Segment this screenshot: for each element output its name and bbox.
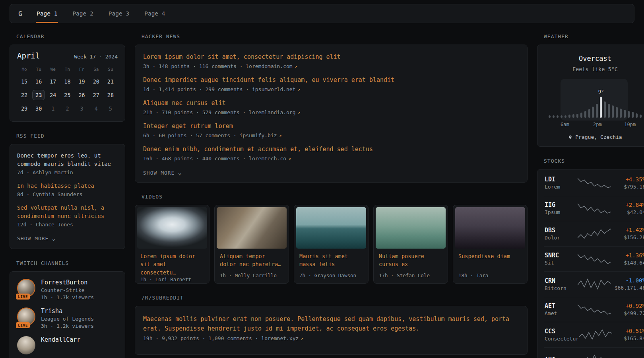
stock-ticker: CCS <box>545 328 579 335</box>
rss-show-more-button[interactable]: SHOW MORE ⌄ <box>17 235 56 241</box>
weather-location: Prague, Czechia <box>544 134 644 140</box>
calendar-day: 29 <box>17 103 31 114</box>
story-domain-link[interactable]: loremdomain.com <box>246 63 292 69</box>
avatar-wrap: LIVE <box>17 307 35 326</box>
twitch-channel-row[interactable]: LIVETrishaLeague of Legends3h · 1.2k vie… <box>17 307 118 329</box>
video-thumbnail[interactable] <box>455 207 525 249</box>
stock-row[interactable]: IIGIpsum+2.84%$42.04 <box>544 196 644 221</box>
stock-row[interactable]: AHS+0.46% <box>544 347 644 358</box>
channel-game: Counter-Strike <box>41 287 94 293</box>
calendar-day: 28 <box>103 90 118 101</box>
story-title[interactable]: Donec enim nibh, condimentum et accumsan… <box>143 145 519 154</box>
video-title[interactable]: Mauris sit amet massa felis <box>299 252 363 268</box>
rss-item-title[interactable]: Sed volutpat nulla nisl, a condimentum n… <box>17 204 118 220</box>
video-thumbnail[interactable] <box>376 207 446 249</box>
stock-ticker: AHS <box>545 356 578 358</box>
chevron-down-icon: ⌄ <box>52 237 56 240</box>
stock-row[interactable]: LDILorem+4.35%$795.18 <box>544 170 644 196</box>
calendar-day-number: 16 <box>32 76 45 87</box>
channel-info: ForrestBurtonCounter-Strike1h · 1.7k vie… <box>41 279 94 300</box>
story-domain-link[interactable]: loremnet.xyz <box>261 335 299 341</box>
hackernews-widget: HACKER NEWS Lorem ipsum dolor sit amet, … <box>135 33 528 183</box>
video-body: Mauris sit amet massa felis7h · Grayson … <box>296 249 366 281</box>
video-title[interactable]: Lorem ipsum dolor sit amet consectetu… <box>140 252 204 276</box>
left-column: CALENDAR April Week 17 · 2024 MoTuWeThFr… <box>10 31 125 358</box>
calendar-dow-label: Th <box>60 66 74 74</box>
rss-item-title[interactable]: Donec tempor eros leo, ut commodo mauris… <box>17 152 118 168</box>
stock-row[interactable]: AETAmet+0.92%$499.72 <box>544 297 644 322</box>
weather-hour-bar <box>561 115 563 118</box>
video-thumbnail[interactable] <box>137 207 207 249</box>
page-tab-page-4[interactable]: Page 4 <box>137 4 173 23</box>
stocks-widget: STOCKS LDILorem+4.35%$795.18IIGIpsum+2.8… <box>537 158 644 358</box>
stock-row[interactable]: CCSConsectetur+0.51%$165.84 <box>544 322 644 347</box>
page-tab-page-1[interactable]: Page 1 <box>29 4 65 23</box>
post-title[interactable]: Maecenas mollis pulvinar erat non posuer… <box>143 314 519 333</box>
video-title[interactable]: Suspendisse diam <box>458 252 522 260</box>
calendar-year: 2024 <box>105 54 118 60</box>
external-link-icon[interactable]: ↗ <box>301 336 303 341</box>
twitch-widget: TWITCH CHANNELS LIVEForrestBurtonCounter… <box>10 260 125 358</box>
external-link-icon[interactable]: ↗ <box>279 133 282 138</box>
rss-item-meta: 7d · Ashlyn Martin <box>17 169 118 175</box>
calendar-day-number: 2 <box>61 103 74 114</box>
calendar-day-selected: 23 <box>31 90 46 101</box>
calendar-month-label: April <box>17 51 40 60</box>
video-card[interactable]: Aliquam tempor dolor nec pharetra…1h · M… <box>214 205 289 284</box>
story-title[interactable]: Integer eget rutrum lorem <box>143 122 519 130</box>
video-card[interactable]: Lorem ipsum dolor sit amet consectetu…1h… <box>135 205 209 284</box>
video-card[interactable]: Nullam posuere cursus ex17h · Stefan Col… <box>373 205 448 284</box>
subreddit-section-title: /R/SUBREDDIT <box>142 295 528 301</box>
stock-ticker: IIG <box>545 201 578 208</box>
calendar-dow-label: Su <box>103 66 118 74</box>
weather-hour-bar <box>557 115 559 118</box>
weather-hour-bar <box>636 113 638 118</box>
page-tab-page-3[interactable]: Page 3 <box>101 4 137 23</box>
weather-widget: WEATHER Overcast Feels like 5°C 9° 6am2p… <box>537 33 644 147</box>
video-thumbnail[interactable] <box>217 207 287 249</box>
stock-row[interactable]: CRNBitcorn-1.00%$66,171.48 <box>544 271 644 297</box>
story-meta-text: 19h · 9,932 points · 1,090 comments · <box>143 335 261 341</box>
weather-time-label: 6am <box>561 122 569 127</box>
external-link-icon[interactable]: ↗ <box>298 87 301 92</box>
story-domain-link[interactable]: ipsumworld.net <box>252 86 296 92</box>
story-title[interactable]: Lorem ipsum dolor sit amet, consectetur … <box>143 53 519 61</box>
calendar-day-number: 17 <box>47 76 59 87</box>
story-domain-link[interactable]: loremlandia.org <box>249 109 295 115</box>
video-card[interactable]: Suspendisse diam18h · Tara <box>453 205 528 284</box>
calendar-day: 22 <box>17 90 31 101</box>
story-title[interactable]: Donec imperdiet augue tincidunt felis al… <box>143 76 519 84</box>
story-meta-text: 21h · 710 points · 579 comments · <box>143 109 249 115</box>
stock-price: $156.28 <box>611 234 644 240</box>
stock-row[interactable]: DBSDolor+1.42%$156.28 <box>544 221 644 246</box>
calendar-day-number: 25 <box>61 90 74 100</box>
hackernews-show-more-button[interactable]: SHOW MORE ⌄ <box>143 170 182 176</box>
page-tab-page-2[interactable]: Page 2 <box>65 4 101 23</box>
external-link-icon[interactable]: ↗ <box>298 110 301 115</box>
story-title[interactable]: Aliquam nec cursus elit <box>143 99 519 107</box>
twitch-channel-row[interactable]: KendallCarr <box>17 336 118 354</box>
twitch-channel-row[interactable]: LIVEForrestBurtonCounter-Strike1h · 1.7k… <box>17 279 118 300</box>
stock-change: +1.36% <box>611 252 644 259</box>
weather-hour-bar <box>568 115 570 118</box>
rss-item-title[interactable]: In hac habitasse platea <box>17 182 118 190</box>
video-card[interactable]: Mauris sit amet massa felis7h · Grayson … <box>294 205 369 284</box>
stock-price: $148.64 <box>611 260 644 266</box>
calendar-day-number: 20 <box>90 76 103 87</box>
calendar-day-number: 1 <box>47 103 59 114</box>
app-logo[interactable]: G <box>12 4 29 23</box>
stocks-card: LDILorem+4.35%$795.18IIGIpsum+2.84%$42.0… <box>537 169 644 358</box>
stock-price: $66,171.48 <box>611 285 644 291</box>
external-link-icon[interactable]: ↗ <box>288 156 291 161</box>
story-domain-link[interactable]: ipsumify.biz <box>240 132 277 138</box>
story-domain-link[interactable]: loremtech.co <box>249 156 286 161</box>
video-thumbnail[interactable] <box>296 207 366 249</box>
weather-hour-bar <box>616 107 618 118</box>
video-title[interactable]: Nullam posuere cursus ex <box>379 252 442 268</box>
external-link-icon[interactable]: ↗ <box>295 64 297 69</box>
video-title[interactable]: Aliquam tempor dolor nec pharetra… <box>220 252 283 268</box>
video-meta: 18h · Tara <box>458 272 522 278</box>
calendar-day: 26 <box>75 90 89 101</box>
avatar-wrap <box>17 336 35 354</box>
stock-row[interactable]: SNRCSit+1.36%$148.64 <box>544 246 644 272</box>
